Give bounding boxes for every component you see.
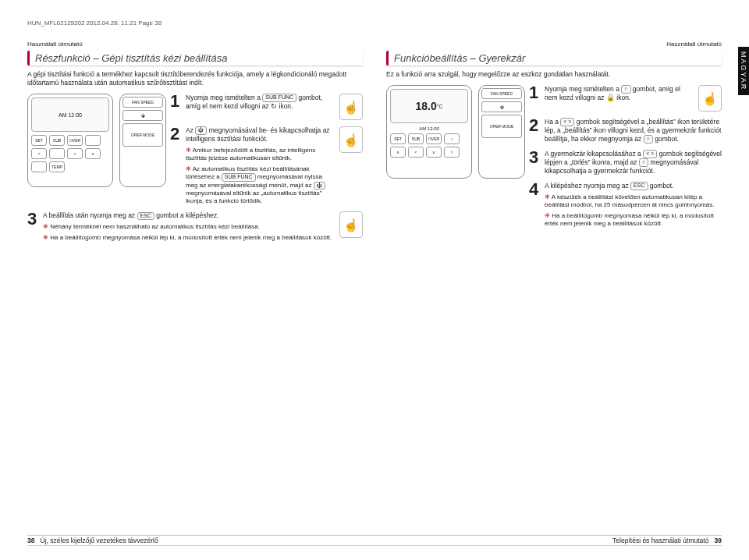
intro-right: Ez a funkció arra szolgál, hogy megelőzz… [386,70,722,79]
text: A kilépéshez nyomja meg az [545,182,630,190]
text: A beállítás után nyomja meg az [43,211,137,219]
remote-btn: ∧ [390,147,406,158]
page-number-right: 39 [715,537,722,544]
remote-btn: > [444,147,460,158]
footer-right-text: Telepítési és használati útmutató [612,537,708,544]
text: A gyermekzár kikapcsolásához a [545,150,643,158]
text: gombot. [653,135,679,143]
remote-btn: OVER [67,135,83,146]
esc-button-icon: ESC [137,212,154,221]
remote-btn: SET [390,133,406,144]
remote-btn [49,148,65,159]
remote-screen: 18.0 °C [390,89,468,123]
remote-btn-fan: FAN SPEED [481,88,522,99]
remote-btn: > [31,148,47,159]
remote-door: OPER MODE [122,123,163,147]
step-text: Nyomja meg ismételten a SUB FUNC gombot,… [186,94,335,112]
remote-controller-left: AM 12:00 SET SUB OVER > < ∨ TEMP [27,94,113,187]
text: Nyomja meg ismételten a [186,94,262,101]
remote-btn-power: ⏻ [481,101,522,112]
press-hand-icon: ☝ [339,211,363,238]
press-hand-icon: ☝ [698,85,722,112]
remote-btn: < [67,148,83,159]
esc-button-icon: ESC [630,182,648,190]
remote-btn [31,161,47,172]
remote-btn: SUB [49,135,65,146]
display-unit: °C [437,104,443,109]
circle-button-icon: ○ [644,135,653,144]
step-number: 2 [529,118,540,133]
power-button-icon: ⏻ [314,182,325,190]
step-text: A gyermekzár kikapcsolásához a < > gombo… [545,150,722,175]
text: ikon. [615,94,630,101]
remote-controller-aux: FAN SPEED ⏻ OPER MODE [119,94,166,187]
text: ikon. [277,102,293,110]
header-right: Használati útmutató [666,41,722,48]
power-button-icon: ⏻ [195,126,207,135]
remote-btn: OVER [426,133,442,144]
text: Az [186,126,195,134]
footer-left-text: Új, széles kijelzőjű vezetékes távvezérl… [41,537,158,544]
text: gombot. [648,182,674,190]
remote-btn: ○ [444,133,460,144]
step-number: 3 [529,150,540,165]
remote-btn: SET [31,135,47,146]
remote-btn: SUB [408,133,424,144]
step-number: 1 [529,85,540,101]
sub-func-button-icon: SUB FUNC [222,173,256,182]
circle-button-icon: ○ [621,85,630,94]
step-text: A beállítás után nyomja meg az ESC gombo… [43,211,335,242]
remote-btn-power: ⏻ [122,110,163,121]
text: megnyomásával be- és kikapcsolhatja az i… [186,126,330,143]
step-number: 3 [27,211,38,227]
arrow-buttons-icon: < > [560,118,574,126]
note-text: Ha a beállítógomb megnyomása nélkül lép … [43,234,335,242]
note-text: Néhány terméknél nem használható az auto… [43,223,335,231]
remote-btn: ∨ [426,147,442,158]
text: megnyomásával eltűnik az „automatikus ti… [186,190,321,204]
step-text: Nyomja meg ismételten a ○ gombot, amíg e… [545,85,694,103]
remote-controller-right: 18.0 °C AM 12:00 SET SUB OVER ○ ∧ < ∨ > [386,85,472,179]
step-number: 4 [529,182,540,197]
page-header-meta: HUN_MFL62129202 2012.04.28. 11:21 Page 3… [27,19,722,27]
note-text: Ha a beállítógomb megnyomása nélkül lép … [545,212,722,228]
remote-door: OPER MODE [481,115,522,138]
section-title-left: Részfunkció – Gépi tisztítás kézi beállí… [27,51,363,66]
step-number: 1 [170,94,181,109]
step-number: 2 [170,126,181,142]
remote-btn-fan: FAN SPEED [122,97,163,108]
note-text: A készülék a beállítást követően automat… [545,193,722,209]
remote-btn: < [408,147,424,158]
note-text: Amikor befejeződött a tisztítás, az inte… [186,147,335,162]
footer-left: 38 Új, széles kijelzőjű vezetékes távvez… [27,537,158,544]
step-text: Ha a < > gombok segítségével a „beállítá… [545,118,722,144]
section-title-right: Funkcióbeállítás – Gyerekzár [386,51,722,66]
arrow-buttons-icon: < > [643,150,657,158]
header-left: Használati útmutató [27,41,83,48]
footer-right: Telepítési és használati útmutató 39 [612,537,722,544]
text: Ha a [545,118,560,126]
step-text: Az ⏻ megnyomásával be- és kikapcsolhatja… [186,126,335,205]
circle-button-icon: ○ [639,158,648,167]
text: Nyomja meg ismételten a [545,85,621,93]
language-tab: MAGYAR [738,47,749,95]
remote-btn: TEMP [49,161,65,172]
press-hand-icon: ☝ [339,126,363,153]
display-temp: 18.0 [415,100,436,112]
press-hand-icon: ☝ [339,94,363,120]
note-text: Az automatikus tisztítás kézi beállításá… [186,165,335,206]
text: gombot a kilépéshez. [154,211,219,219]
display-clock: AM 12:00 [390,126,468,131]
sub-func-button-icon: SUB FUNC [262,94,296,102]
remote-screen: AM 12:00 [31,97,109,132]
intro-left: A gépi tisztítási funkció a termékhez ka… [27,70,363,87]
remote-btn: ∨ [85,148,101,159]
step-text: A kilépéshez nyomja meg az ESC gombot. A… [545,182,722,228]
remote-controller-aux-right: FAN SPEED ⏻ OPER MODE [478,85,525,179]
page-number-left: 38 [27,537,34,544]
refresh-icon: ↻ [271,102,277,111]
remote-btn [85,135,101,146]
lock-icon: 🔒 [606,94,615,102]
